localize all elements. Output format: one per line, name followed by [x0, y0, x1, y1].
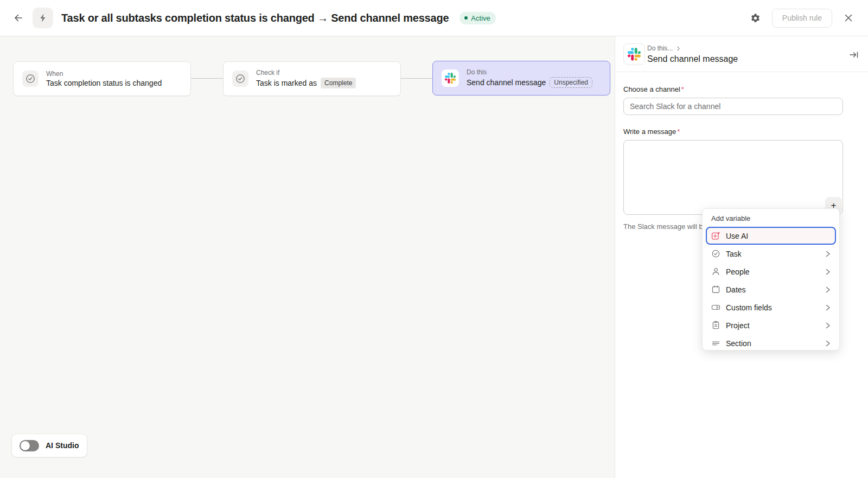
message-field-label: Write a message*	[623, 128, 843, 136]
dates-icon	[711, 285, 720, 294]
ai-studio-toggle[interactable]	[20, 440, 39, 451]
lightning-bolt-icon	[38, 13, 48, 23]
dropdown-item-use-ai[interactable]: Use AI	[706, 227, 836, 245]
connector-line	[191, 78, 223, 79]
dropdown-item-label: Task	[726, 250, 742, 258]
chevron-right-icon	[825, 304, 831, 311]
card-text: Task is marked as	[256, 79, 317, 87]
required-asterisk: *	[681, 85, 684, 93]
status-badge-label: Active	[471, 14, 490, 22]
rule-title: Task or all subtasks completion status i…	[61, 12, 449, 24]
dropdown-item-custom-fields[interactable]: Custom fields	[706, 298, 836, 316]
back-button[interactable]	[9, 8, 28, 28]
dropdown-item-task[interactable]: Task	[706, 245, 836, 263]
collapse-panel-button[interactable]	[848, 49, 860, 61]
add-variable-dropdown: Add variable Use AI Task People	[702, 208, 840, 350]
dropdown-item-label: Section	[726, 339, 751, 348]
card-kind-label: Do this	[467, 68, 592, 76]
publish-rule-label: Publish rule	[782, 14, 822, 22]
task-icon	[711, 249, 720, 258]
chevron-right-icon	[825, 269, 831, 275]
connector-line	[401, 78, 432, 79]
channel-search-input[interactable]	[623, 98, 843, 115]
chevron-right-icon	[676, 46, 681, 51]
slack-icon	[628, 48, 641, 61]
close-button[interactable]	[841, 10, 856, 26]
card-text: Send channel message	[467, 78, 546, 87]
ai-studio-card: AI Studio	[11, 434, 87, 457]
publish-rule-button[interactable]: Publish rule	[772, 9, 832, 28]
check-circle-icon	[235, 73, 246, 84]
message-textarea[interactable]	[623, 140, 843, 215]
condition-card-check-if[interactable]: Check if Task is marked as Complete	[223, 61, 401, 96]
settings-button[interactable]	[748, 10, 763, 26]
card-kind-label: When	[46, 70, 162, 78]
rule-lightning-button[interactable]	[33, 8, 53, 28]
card-kind-label: Check if	[256, 69, 356, 77]
required-asterisk: *	[677, 128, 680, 136]
toggle-knob	[21, 441, 30, 450]
arrow-left-icon	[13, 12, 24, 23]
section-icon	[711, 339, 720, 348]
channel-field-label: Choose a channel*	[623, 85, 843, 93]
check-circle-iconbox	[22, 71, 39, 87]
panel-title: Send channel message	[647, 54, 738, 64]
dropdown-item-label: Custom fields	[726, 303, 772, 312]
check-circle-iconbox	[232, 71, 248, 87]
check-circle-icon	[25, 73, 36, 84]
collapse-right-icon	[849, 50, 859, 59]
chevron-right-icon	[825, 286, 831, 293]
status-dot-icon	[464, 16, 468, 20]
slack-app-iconbox	[623, 43, 645, 65]
dropdown-item-label: Project	[726, 321, 750, 330]
dropdown-item-label: People	[726, 267, 750, 276]
status-badge: Active	[459, 12, 495, 24]
use-ai-icon	[711, 231, 720, 240]
chevron-right-icon	[825, 340, 831, 347]
slack-icon	[445, 73, 456, 84]
topbar: Task or all subtasks completion status i…	[0, 0, 868, 36]
people-icon	[711, 267, 720, 276]
dropdown-item-label: Dates	[726, 285, 746, 294]
panel-header: Do this... Send channel message	[615, 36, 868, 72]
gear-icon	[750, 13, 761, 23]
project-icon	[711, 321, 720, 330]
breadcrumb[interactable]: Do this...	[647, 44, 681, 52]
dropdown-item-label: Use AI	[726, 232, 748, 240]
slack-iconbox	[442, 69, 459, 87]
dropdown-item-people[interactable]: People	[706, 263, 836, 281]
dropdown-item-project[interactable]: Project	[706, 316, 836, 334]
dropdown-item-dates[interactable]: Dates	[706, 281, 836, 298]
rule-builder-window: Task or all subtasks completion status i…	[0, 0, 868, 478]
rule-canvas: When Task completion status is changed C…	[0, 36, 615, 478]
card-text: Task completion status is changed	[46, 79, 162, 87]
action-card-do-this[interactable]: Do this Send channel message Unspecified	[432, 61, 610, 95]
ai-studio-label: AI Studio	[46, 441, 79, 450]
condition-value-chip[interactable]: Complete	[321, 78, 356, 88]
custom-fields-icon	[711, 303, 720, 312]
dropdown-item-section[interactable]: Section	[706, 334, 836, 352]
close-icon	[844, 14, 853, 22]
chevron-right-icon	[825, 322, 831, 329]
unspecified-chip[interactable]: Unspecified	[550, 77, 592, 88]
dropdown-header: Add variable	[706, 214, 836, 227]
chevron-right-icon	[825, 251, 831, 257]
trigger-card-when[interactable]: When Task completion status is changed	[13, 61, 191, 96]
breadcrumb-label: Do this...	[647, 44, 673, 52]
